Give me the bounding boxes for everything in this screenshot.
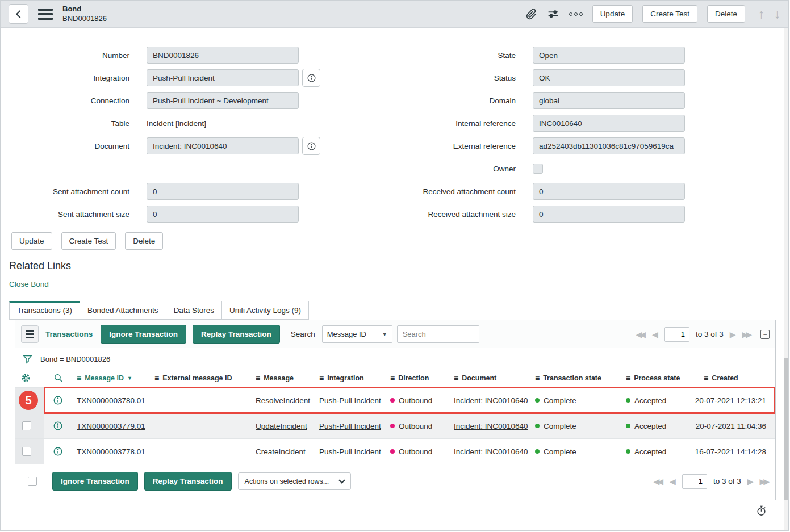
search-field-select[interactable]: Message ID ▼ [322, 325, 392, 343]
integration-link[interactable]: Push-Pull Incident [319, 447, 381, 456]
last-page-icon[interactable]: ▶▶ [742, 330, 752, 338]
select-all-checkbox[interactable] [28, 477, 37, 486]
more-options-icon[interactable] [569, 12, 583, 16]
vertical-scrollbar-track[interactable] [784, 28, 788, 530]
document-link[interactable]: Incident: INC0010640 [454, 447, 528, 456]
column-header-external-message-id[interactable]: ≡ External message ID [150, 368, 251, 387]
column-menu-icon: ≡ [256, 374, 260, 383]
message-id-link[interactable]: TXN0000003779.01 [77, 422, 145, 430]
vertical-scrollbar-thumb[interactable] [784, 358, 788, 500]
back-button[interactable] [9, 4, 28, 24]
row-info-icon[interactable] [44, 439, 72, 464]
message-link[interactable]: CreateIncident [256, 447, 306, 456]
search-field-value: Message ID [327, 330, 366, 338]
next-page-icon[interactable]: ▶ [747, 477, 754, 485]
replay-transaction-button[interactable]: Replay Transaction [193, 325, 280, 344]
column-header-direction[interactable]: ≡ Direction [386, 368, 449, 387]
row-info-icon[interactable] [44, 413, 72, 438]
search-input[interactable] [397, 325, 479, 343]
filter-condition[interactable]: Bond = BND0001826 [40, 355, 110, 363]
integration-preview-button[interactable] [302, 69, 320, 87]
footer-replay-transaction-button[interactable]: Replay Transaction [144, 472, 232, 491]
list-search-icon[interactable] [44, 368, 72, 387]
column-header-process-state[interactable]: ≡ Process state [621, 368, 699, 387]
context-menu-icon[interactable] [38, 9, 53, 20]
owner-field[interactable] [533, 164, 543, 174]
integration-label: Integration [1, 74, 129, 82]
column-label: Direction [398, 374, 429, 382]
page-number-input[interactable] [664, 327, 689, 342]
direction-dot-icon [390, 449, 395, 454]
previous-page-icon[interactable]: ◀ [652, 330, 658, 338]
tab-data-stores[interactable]: Data Stores [166, 301, 222, 320]
domain-field[interactable]: global [533, 92, 685, 109]
direction-dot-icon [390, 424, 395, 428]
status-field[interactable]: OK [533, 69, 685, 86]
row-info-icon[interactable] [44, 388, 72, 413]
first-page-icon[interactable]: ◀◀ [636, 330, 646, 338]
tab-unifi-activity-logs[interactable]: Unifi Activity Logs (9) [221, 301, 309, 320]
message-id-link[interactable]: TXN0000003780.01 [77, 396, 145, 405]
delete-button[interactable]: Delete [707, 5, 745, 23]
tab-bonded-attachments[interactable]: Bonded Attachments [80, 301, 166, 320]
list-title[interactable]: Transactions [45, 330, 93, 338]
page-number-input[interactable] [682, 474, 707, 489]
form-create-test-button[interactable]: Create Test [61, 232, 116, 250]
sent-attachment-size-field[interactable]: 0 [147, 206, 299, 223]
close-bond-link[interactable]: Close Bond [9, 280, 49, 288]
next-record-arrow-icon[interactable]: ↓ [774, 8, 780, 20]
form-delete-button[interactable]: Delete [125, 232, 163, 250]
sent-attachment-size-label: Sent attachment size [1, 210, 129, 219]
document-field[interactable]: Incident: INC0010640 [147, 137, 299, 154]
state-dot-icon [535, 398, 540, 403]
integration-field[interactable]: Push-Pull Incident [147, 69, 299, 86]
row-checkbox[interactable] [22, 447, 31, 456]
column-header-message-id[interactable]: ≡ Message ID ▼ [72, 368, 150, 387]
column-header-transaction-state[interactable]: ≡ Transaction state [530, 368, 621, 387]
collapse-list-icon[interactable]: − [760, 330, 770, 339]
ignore-transaction-button[interactable]: Ignore Transaction [101, 325, 186, 344]
next-page-icon[interactable]: ▶ [730, 330, 736, 338]
previous-page-icon[interactable]: ◀ [670, 477, 676, 485]
connection-field[interactable]: Push-Pull Incident ~ Development [147, 92, 299, 109]
column-header-document[interactable]: ≡ Document [449, 368, 530, 387]
received-attachment-count-field[interactable]: 0 [533, 183, 685, 200]
integration-link[interactable]: Push-Pull Incident [319, 422, 381, 430]
footer-ignore-transaction-button[interactable]: Ignore Transaction [52, 472, 138, 491]
received-attachment-size-field[interactable]: 0 [533, 206, 685, 223]
internal-reference-field[interactable]: INC0010640 [533, 115, 685, 132]
list-header-row: ≡ Message ID ▼ ≡ External message ID ≡ M… [15, 368, 775, 387]
document-link[interactable]: Incident: INC0010640 [454, 422, 528, 430]
form-update-button[interactable]: Update [11, 232, 52, 250]
personalize-list-gear-icon[interactable] [15, 368, 44, 387]
integration-link[interactable]: Push-Pull Incident [319, 396, 381, 405]
sent-attachment-count-field[interactable]: 0 [147, 183, 299, 200]
response-time-stopwatch-icon[interactable] [755, 505, 767, 519]
table-row: TXN0000003778.01 CreateIncident Push-Pul… [15, 438, 775, 464]
personalize-form-icon[interactable] [547, 9, 559, 20]
external-reference-field[interactable]: ad252403db11301036c81c97059619ca [533, 137, 685, 154]
column-header-message[interactable]: ≡ Message [251, 368, 315, 387]
create-test-button[interactable]: Create Test [642, 5, 697, 23]
message-link[interactable]: UpdateIncident [256, 422, 307, 430]
previous-record-arrow-icon[interactable]: ↑ [758, 8, 764, 20]
message-id-link[interactable]: TXN0000003778.01 [77, 447, 145, 456]
number-field[interactable]: BND0001826 [147, 47, 299, 64]
header-actions: Update Create Test Delete ↑ ↓ [526, 5, 780, 23]
update-button[interactable]: Update [592, 5, 633, 23]
select-caret-icon: ▼ [382, 332, 387, 337]
list-context-menu-icon[interactable] [21, 325, 39, 343]
filter-funnel-icon[interactable] [22, 354, 33, 365]
actions-on-selected-rows-select[interactable]: Actions on selected rows... [238, 472, 351, 490]
tab-transactions[interactable]: Transactions (3) [9, 301, 80, 320]
attachment-paperclip-icon[interactable] [526, 9, 537, 20]
column-header-integration[interactable]: ≡ Integration [315, 368, 386, 387]
last-page-icon[interactable]: ▶▶ [759, 477, 770, 485]
column-header-created[interactable]: ≡ Created [699, 368, 775, 387]
state-field[interactable]: Open [533, 47, 685, 64]
message-link[interactable]: ResolveIncident [256, 396, 310, 405]
document-preview-button[interactable] [302, 137, 320, 155]
row-checkbox[interactable] [22, 421, 31, 430]
document-link[interactable]: Incident: INC0010640 [454, 396, 528, 405]
first-page-icon[interactable]: ◀◀ [654, 477, 664, 485]
